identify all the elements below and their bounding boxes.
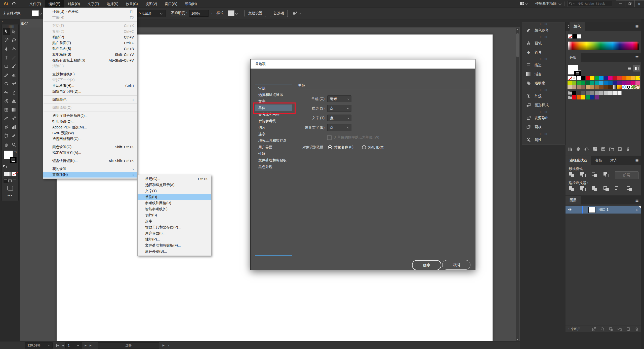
submenu-item[interactable]: 智能参考线(S)... [138,206,211,212]
merge-button[interactable] [591,186,599,192]
menu-item[interactable]: 透视网格预设(G)... [43,136,137,142]
menubar-item[interactable]: 效果(C) [122,0,141,8]
drag-handle[interactable]: |||||||| [2,25,18,28]
category-item[interactable]: 性能 [255,150,292,157]
panel-menu-icon[interactable]: ☰ [635,158,639,163]
panel-button-properties[interactable]: 属性 [522,135,565,145]
panel-button-stroke[interactable]: 描边 [522,61,565,70]
eraser-tool[interactable] [10,71,17,79]
artboard-tool[interactable] [3,132,10,139]
blend-tool[interactable] [10,115,17,122]
panel-button-graphic-styles[interactable]: 图形样式 [522,101,565,110]
swatch-scroll-up-icon[interactable] [638,77,640,78]
color-swatch[interactable] [613,76,617,80]
color-swatch[interactable] [586,76,590,80]
divide-button[interactable] [568,186,576,192]
symbol-align-icon[interactable] [292,11,298,16]
color-swatch[interactable] [586,81,590,85]
shaper-tool[interactable] [3,71,10,79]
submenu-item[interactable]: 切片(S)... [138,212,211,218]
color-swatch[interactable] [586,91,590,95]
vertical-scrollbar[interactable] [516,28,519,341]
color-swatch[interactable] [604,81,608,85]
menu-item[interactable]: Adobe PDF 预设(M)... [43,124,137,130]
slice-tool[interactable] [10,132,17,139]
artboard-navigation[interactable]: 1 [65,342,82,348]
selection-tool[interactable] [3,28,10,35]
panel-button-artboards[interactable]: 画板 [522,123,565,132]
panel-button-color-guide[interactable]: 颜色参考 [522,26,565,35]
type-tool[interactable] [3,54,10,61]
delete-swatch-icon[interactable] [626,147,631,152]
screen-mode-button[interactable] [2,186,18,190]
scrollbar-thumb[interactable] [516,33,519,57]
opacity-label[interactable]: 不透明度 : [171,11,187,16]
status-collapse-icon[interactable]: ‹ [168,343,169,347]
menu-item[interactable]: 就地粘贴(S)Shift+Ctrl+V [43,52,137,57]
draw-normal-button[interactable] [4,179,8,183]
swatch-kinds-icon[interactable] [592,147,597,152]
minimize-button[interactable] [616,0,625,7]
menubar-item[interactable]: 对象(O) [64,0,84,8]
color-swatch[interactable] [568,85,572,89]
submenu-item[interactable]: 文件处理和剪贴板(F)... [138,242,211,249]
clipping-mask-icon[interactable] [609,327,614,332]
color-swatch[interactable] [631,81,635,85]
swatch-options-icon[interactable] [601,147,606,152]
unit-dropdown[interactable]: 点 [327,115,351,121]
pat-lace-swatch[interactable] [635,85,640,89]
restore-button[interactable] [625,0,635,7]
gradient-tool[interactable] [10,106,17,114]
tab-swatches[interactable]: 色板 [566,53,581,62]
workspace-label[interactable]: 传统基本功能 [535,2,556,6]
tab-transform[interactable]: 变换 [591,156,606,165]
pat-blue-swatch[interactable] [622,85,626,89]
collapse-panel-icon[interactable]: « [2,20,4,23]
next-artboard-button[interactable]: ▶ [85,344,87,347]
submenu-item[interactable]: 用户界面(I)... [138,230,211,236]
color-swatch[interactable] [617,76,622,80]
zoom-level[interactable]: 120.59% [25,342,45,348]
menu-item[interactable]: 透明度拼合器预设(J)... [43,113,137,119]
menu-item[interactable]: 查找和替换(E)... [43,71,137,77]
color-swatch[interactable] [581,81,585,85]
swatch-group-folder[interactable] [568,91,572,95]
grad-bw-swatch[interactable] [613,85,617,89]
exclude-button[interactable] [603,172,610,178]
color-swatch[interactable] [590,95,594,99]
column-graph-tool[interactable] [10,123,17,131]
panel-menu-icon[interactable]: ☰ [635,198,639,203]
mesh-tool[interactable] [3,106,10,114]
panel-button-asset-export[interactable]: 资源导出 [522,114,565,123]
new-layer-icon[interactable] [626,327,631,332]
swatch-group-folder[interactable] [568,95,572,99]
color-swatch[interactable] [572,85,576,89]
menu-item[interactable]: 重做(R)F2 [43,15,137,20]
cancel-button[interactable]: 取消 [442,260,470,270]
color-swatch[interactable] [577,91,581,95]
category-item[interactable]: 智能参考线 [255,118,292,124]
line-segment-tool[interactable] [10,54,17,61]
menubar-item[interactable]: 选择(S) [103,0,122,8]
menubar-item[interactable]: 窗口(W) [161,0,181,8]
symbol-sprayer-tool[interactable] [3,123,10,131]
list-view-button[interactable] [626,65,633,72]
color-swatch[interactable] [595,76,599,80]
color-swatch[interactable] [599,76,603,80]
draw-inside-button[interactable] [12,179,17,183]
menu-item[interactable]: SWF 预设(W)... [43,130,137,136]
color-swatch[interactable] [613,91,617,95]
color-swatch[interactable] [631,76,635,80]
pat-dot-swatch[interactable] [626,85,631,89]
submenu-item[interactable]: 常规(G)...Ctrl+K [138,176,211,182]
first-artboard-button[interactable]: ◀ [56,344,59,347]
last-artboard-button[interactable]: ▶ [90,344,93,347]
radio-selected-icon[interactable] [328,145,332,149]
workspace-switcher-icon[interactable] [519,1,525,7]
dock-scroll-strip[interactable] [641,19,644,349]
status-display[interactable]: 选择 [98,342,159,348]
menu-item[interactable]: 编辑自定词典(D)... [43,89,137,94]
close-button[interactable]: × [635,0,644,7]
collect-export-icon[interactable] [591,327,596,332]
new-swatch-icon[interactable] [617,147,622,152]
